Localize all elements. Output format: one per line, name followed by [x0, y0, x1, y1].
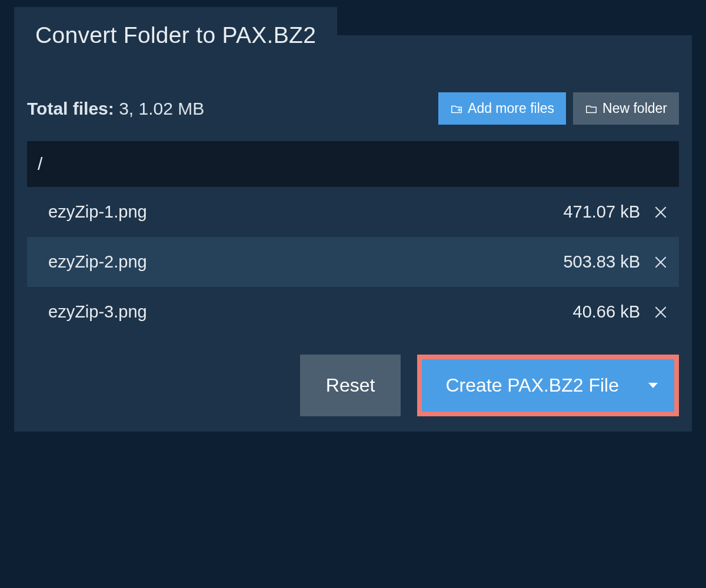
- new-folder-button[interactable]: New folder: [573, 92, 679, 125]
- top-actions: Add more files New folder: [438, 92, 679, 125]
- new-folder-label: New folder: [602, 101, 667, 116]
- conversion-panel: Convert Folder to PAX.BZ2 Total files: 3…: [14, 35, 692, 432]
- file-name: ezyZip-3.png: [48, 302, 147, 322]
- file-row: ezyZip-3.png 40.66 kB: [27, 287, 679, 337]
- summary-label: Total files:: [27, 99, 114, 118]
- summary-text: Total files: 3, 1.02 MB: [27, 99, 204, 119]
- chevron-down-icon: [648, 383, 658, 388]
- summary-row: Total files: 3, 1.02 MB Add more files: [27, 92, 679, 125]
- create-file-button[interactable]: Create PAX.BZ2 File: [422, 359, 674, 412]
- folder-icon: [585, 102, 598, 115]
- add-more-files-label: Add more files: [468, 101, 554, 116]
- file-size: 471.07 kB: [563, 202, 640, 222]
- file-size: 503.83 kB: [563, 252, 640, 272]
- file-name: ezyZip-1.png: [48, 202, 147, 222]
- path-bar[interactable]: /: [27, 141, 679, 187]
- tab-header: Convert Folder to PAX.BZ2: [14, 7, 337, 64]
- file-size: 40.66 kB: [573, 302, 640, 322]
- panel-body: Total files: 3, 1.02 MB Add more files: [14, 74, 692, 432]
- close-icon[interactable]: [653, 255, 668, 270]
- close-icon[interactable]: [653, 205, 668, 220]
- reset-button[interactable]: Reset: [300, 355, 401, 416]
- create-highlight: Create PAX.BZ2 File: [417, 355, 679, 416]
- folder-plus-icon: [450, 102, 463, 115]
- file-list: ezyZip-1.png 471.07 kB ezyZip-2.png 503.…: [27, 187, 679, 337]
- add-more-files-button[interactable]: Add more files: [438, 92, 566, 125]
- file-row: ezyZip-1.png 471.07 kB: [27, 187, 679, 237]
- close-icon[interactable]: [653, 305, 668, 320]
- file-name: ezyZip-2.png: [48, 252, 147, 272]
- page-title: Convert Folder to PAX.BZ2: [35, 22, 316, 48]
- file-row: ezyZip-2.png 503.83 kB: [27, 237, 679, 287]
- summary-value: 3, 1.02 MB: [119, 99, 204, 118]
- create-file-label: Create PAX.BZ2 File: [445, 375, 619, 396]
- footer-actions: Reset Create PAX.BZ2 File: [27, 355, 679, 416]
